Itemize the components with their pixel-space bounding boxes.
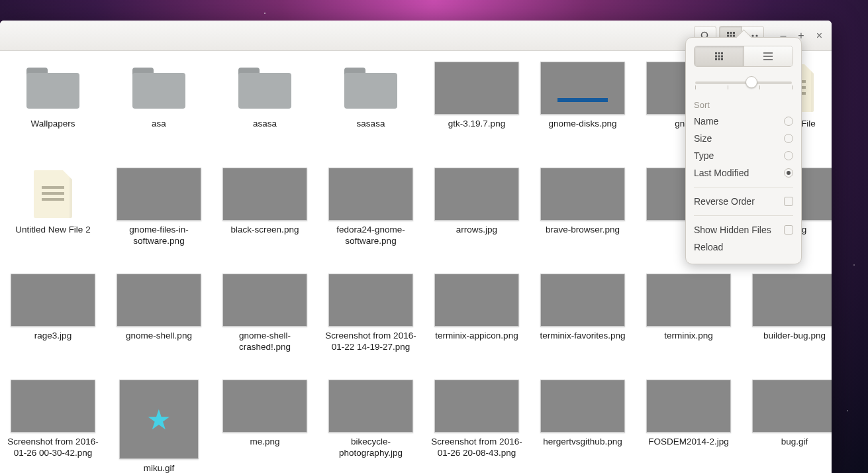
- image-item[interactable]: builder-bug.png: [742, 271, 832, 377]
- list-view-button[interactable]: [744, 46, 793, 66]
- textfile-item[interactable]: Untitled New File 2: [0, 165, 106, 271]
- image-thumbnail: [646, 274, 731, 327]
- image-item[interactable]: fedora24-gnome-software.png: [318, 165, 424, 271]
- sort-option-radio[interactable]: [784, 134, 793, 143]
- reload-action[interactable]: Reload: [694, 238, 793, 256]
- image-thumbnail: [752, 380, 832, 433]
- sort-option-label: Type: [694, 150, 714, 161]
- image-item[interactable]: Screenshot from 2016-01-22 14-19-27.png: [318, 271, 424, 377]
- svg-rect-19: [721, 56, 723, 58]
- sort-option-size[interactable]: Size: [694, 130, 793, 147]
- sort-option-radio[interactable]: [784, 151, 793, 160]
- separator: [694, 187, 793, 187]
- image-item[interactable]: black-screen.png: [212, 165, 318, 271]
- image-thumbnail: [119, 380, 199, 459]
- reverse-order-row[interactable]: Reverse Order: [694, 193, 793, 210]
- image-item[interactable]: hergertvsgithub.png: [530, 377, 636, 473]
- image-item[interactable]: terminix-appicon.png: [424, 271, 530, 377]
- file-label: gnome-shell.png: [126, 331, 192, 342]
- folder-icon: [117, 62, 201, 115]
- svg-rect-4: [733, 32, 735, 34]
- sort-option-label: Name: [694, 116, 718, 127]
- sort-heading: Sort: [694, 100, 793, 110]
- image-item[interactable]: rage3.jpg: [0, 271, 106, 377]
- image-item[interactable]: gnome-files-in-software.png: [106, 165, 212, 271]
- reverse-order-checkbox[interactable]: [784, 197, 793, 206]
- folder-item[interactable]: asasa: [212, 59, 318, 165]
- file-label: arrows.jpg: [456, 225, 497, 236]
- image-item[interactable]: terminix-favorites.png: [530, 271, 636, 377]
- close-button[interactable]: ×: [816, 30, 822, 42]
- image-item[interactable]: Screenshot from 2016-01-26 00-30-42.png: [0, 377, 106, 473]
- svg-rect-22: [721, 58, 723, 60]
- image-item[interactable]: gtk-3.19.7.png: [424, 59, 530, 165]
- file-label: asa: [152, 119, 166, 130]
- show-hidden-checkbox[interactable]: [784, 225, 793, 235]
- view-options-popover: Sort NameSizeTypeLast Modified Reverse O…: [685, 37, 802, 264]
- sort-option-radio[interactable]: [784, 117, 793, 126]
- slider-thumb[interactable]: [746, 76, 757, 88]
- image-item[interactable]: Screenshot from 2016-01-26 20-08-43.png: [424, 377, 530, 473]
- svg-rect-18: [718, 56, 720, 58]
- image-item[interactable]: me.png: [212, 377, 318, 473]
- file-label: Screenshot from 2016-01-26 00-30-42.png: [3, 437, 103, 459]
- image-thumbnail: [222, 168, 307, 221]
- image-item[interactable]: gnome-shell.png: [106, 271, 212, 377]
- image-thumbnail: [117, 168, 201, 221]
- file-label: terminix-favorites.png: [540, 331, 625, 342]
- folder-item[interactable]: asa: [106, 59, 212, 165]
- file-label: Screenshot from 2016-01-26 20-08-43.png: [427, 437, 526, 459]
- icon-view-button[interactable]: [695, 46, 744, 66]
- show-hidden-row[interactable]: Show Hidden Files: [694, 221, 793, 238]
- image-item[interactable]: gnome-shell-crashed!.png: [212, 271, 318, 377]
- svg-rect-15: [718, 52, 720, 54]
- file-label: asasa: [253, 119, 277, 130]
- image-item[interactable]: arrows.jpg: [424, 165, 530, 271]
- textfile-icon: [11, 168, 95, 221]
- image-thumbnail: [328, 168, 413, 221]
- image-thumbnail: [540, 168, 625, 221]
- image-thumbnail: [11, 380, 95, 433]
- folder-item[interactable]: Wallpapers: [0, 59, 106, 165]
- file-label: Wallpapers: [30, 119, 75, 130]
- image-item[interactable]: gnome-disks.png: [530, 59, 636, 165]
- image-item[interactable]: FOSDEM2014-2.jpg: [636, 377, 742, 473]
- image-thumbnail: [434, 380, 519, 433]
- image-thumbnail: [752, 274, 832, 327]
- file-label: fedora24-gnome-software.png: [321, 225, 420, 247]
- folder-icon: [222, 62, 307, 115]
- sort-option-label: Size: [694, 133, 712, 144]
- svg-rect-3: [730, 32, 732, 34]
- image-item[interactable]: bug.gif: [742, 377, 832, 473]
- sort-option-type[interactable]: Type: [694, 147, 793, 164]
- file-label: hergertvsgithub.png: [543, 437, 622, 448]
- sort-option-radio[interactable]: [784, 168, 793, 178]
- svg-rect-5: [727, 34, 729, 36]
- file-label: builder-bug.png: [763, 331, 826, 342]
- image-thumbnail: [11, 274, 95, 327]
- reverse-order-label: Reverse Order: [694, 196, 755, 207]
- sort-option-name[interactable]: Name: [694, 113, 793, 130]
- image-thumbnail: [540, 380, 625, 433]
- svg-rect-14: [715, 52, 717, 54]
- sort-option-last-modified[interactable]: Last Modified: [694, 164, 793, 182]
- image-item[interactable]: bikecycle-photography.jpg: [318, 377, 424, 473]
- folder-item[interactable]: sasasa: [318, 59, 424, 165]
- show-hidden-label: Show Hidden Files: [694, 225, 771, 235]
- image-item[interactable]: terminix.png: [636, 271, 742, 377]
- file-label: gnome-shell-crashed!.png: [215, 331, 314, 353]
- slider-tick: [759, 85, 760, 89]
- zoom-slider[interactable]: [695, 75, 792, 91]
- file-label: terminix.png: [664, 331, 713, 342]
- image-thumbnail: [328, 274, 413, 327]
- image-item[interactable]: brave-browser.png: [530, 165, 636, 271]
- image-thumbnail: [222, 274, 307, 327]
- view-mode-switcher: [694, 46, 793, 67]
- file-label: gtk-3.19.7.png: [448, 119, 505, 130]
- image-thumbnail: [328, 380, 413, 433]
- svg-point-12: [752, 34, 754, 36]
- image-thumbnail: [434, 62, 519, 115]
- file-label: bikecycle-photography.jpg: [321, 437, 420, 459]
- image-item[interactable]: miku.gif: [106, 377, 212, 473]
- file-label: me.png: [250, 437, 279, 448]
